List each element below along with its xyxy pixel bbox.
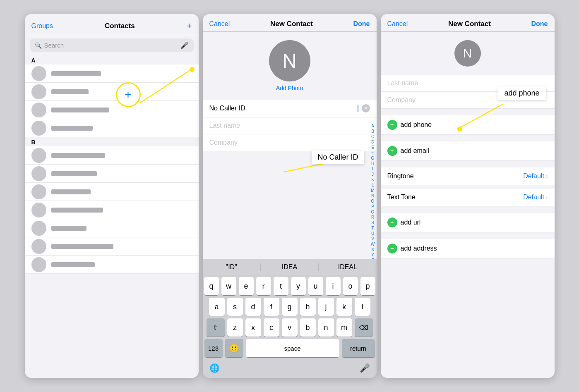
key-t[interactable]: t xyxy=(274,277,288,295)
alphabet-letter-p[interactable]: P xyxy=(370,204,376,209)
predictive-word-2[interactable]: IDEA xyxy=(261,263,318,272)
key-delete[interactable]: ⌫ xyxy=(355,318,373,337)
alphabet-letter-r[interactable]: R xyxy=(370,215,376,220)
key-z[interactable]: z xyxy=(227,318,243,337)
contact-item[interactable] xyxy=(25,165,199,183)
alphabet-letter-x[interactable]: X xyxy=(370,247,376,252)
alphabet-letter-i[interactable]: I xyxy=(370,167,376,172)
key-u[interactable]: u xyxy=(308,277,323,295)
alphabet-letter-k[interactable]: K xyxy=(370,177,376,182)
key-m[interactable]: m xyxy=(336,318,352,337)
alphabet-letter-s[interactable]: S xyxy=(370,220,376,225)
contacts-add-button[interactable]: + xyxy=(187,21,192,31)
key-space[interactable]: space xyxy=(246,339,339,357)
key-r[interactable]: r xyxy=(256,277,271,295)
key-v[interactable]: v xyxy=(282,318,298,337)
contact-item[interactable] xyxy=(25,256,199,274)
cancel-button[interactable]: Cancel xyxy=(209,20,230,28)
key-f[interactable]: f xyxy=(264,298,279,316)
alphabet-letter-h[interactable]: H xyxy=(370,161,376,166)
key-h[interactable]: h xyxy=(300,298,316,316)
contact-item[interactable] xyxy=(25,201,199,219)
avatar-large[interactable]: N xyxy=(269,40,310,81)
first-name-input[interactable]: No Caller ID xyxy=(209,105,354,112)
contact-item[interactable] xyxy=(25,101,199,119)
add-address-green-button[interactable]: + xyxy=(387,244,397,253)
alphabet-letter-u[interactable]: U xyxy=(370,231,376,236)
key-a[interactable]: a xyxy=(209,298,225,316)
contact-item[interactable] xyxy=(25,65,199,83)
company-field[interactable]: Company xyxy=(203,134,377,151)
add-phone-label[interactable]: add phone xyxy=(401,121,432,129)
contact-item[interactable] xyxy=(25,219,199,237)
alphabet-letter-q[interactable]: Q xyxy=(370,210,376,215)
add-url-row[interactable]: + add url xyxy=(381,213,555,232)
ringtone-row[interactable]: Ringtone Default › xyxy=(381,167,555,185)
key-j[interactable]: j xyxy=(318,298,334,316)
avatar-small-2[interactable]: N xyxy=(454,40,481,67)
contact-item[interactable] xyxy=(25,119,199,137)
first-name-field[interactable]: No Caller ID ✕ xyxy=(203,100,377,117)
alphabet-letter-g[interactable]: G xyxy=(370,156,376,161)
add-email-label[interactable]: add email xyxy=(401,147,429,155)
alphabet-letter-m[interactable]: M xyxy=(370,188,376,193)
done-button[interactable]: Done xyxy=(353,20,370,28)
key-123[interactable]: 123 xyxy=(204,339,223,357)
contact-item[interactable] xyxy=(25,183,199,201)
groups-button[interactable]: Groups xyxy=(31,22,53,30)
annotation-add-circle[interactable]: + xyxy=(116,82,141,107)
search-bar[interactable]: 🔍 Search 🎤 xyxy=(30,38,194,52)
contact-item[interactable] xyxy=(25,146,199,165)
add-address-row[interactable]: + add address xyxy=(381,239,555,258)
alphabet-letter-l[interactable]: L xyxy=(370,183,376,188)
alphabet-letter-y[interactable]: Y xyxy=(370,253,376,258)
key-q[interactable]: q xyxy=(204,277,219,295)
cancel-button-2[interactable]: Cancel xyxy=(387,20,408,28)
microphone-icon[interactable]: 🎤 xyxy=(180,41,189,49)
predictive-word-1[interactable]: "ID" xyxy=(203,263,260,272)
key-shift[interactable]: ⇧ xyxy=(207,318,225,337)
contact-name xyxy=(51,126,93,131)
key-k[interactable]: k xyxy=(336,298,352,316)
add-phone-green-button[interactable]: + xyxy=(387,120,397,130)
add-address-label[interactable]: add address xyxy=(401,245,437,252)
clear-button[interactable]: ✕ xyxy=(362,104,370,112)
globe-icon[interactable]: 🌐 xyxy=(209,363,220,373)
alphabet-letter-w[interactable]: W xyxy=(370,242,376,247)
key-o[interactable]: o xyxy=(343,277,358,295)
key-s[interactable]: s xyxy=(227,298,243,316)
key-n[interactable]: n xyxy=(318,318,334,337)
add-email-row[interactable]: + add email xyxy=(381,141,555,161)
done-button-2[interactable]: Done xyxy=(531,20,548,28)
key-e[interactable]: e xyxy=(239,277,254,295)
key-l[interactable]: l xyxy=(355,298,370,316)
key-return[interactable]: return xyxy=(342,339,375,357)
alphabet-letter-t[interactable]: T xyxy=(370,226,376,231)
alphabet-letter-v[interactable]: V xyxy=(370,237,376,241)
key-b[interactable]: b xyxy=(300,318,316,337)
predictive-word-3[interactable]: IDEAL xyxy=(319,263,376,272)
keyboard-microphone-icon[interactable]: 🎤 xyxy=(360,363,370,373)
contact-item[interactable] xyxy=(25,83,199,101)
add-photo-button[interactable]: Add Photo xyxy=(276,85,303,91)
text-tone-row[interactable]: Text Tone Default › xyxy=(381,189,555,206)
key-d[interactable]: d xyxy=(245,298,261,316)
key-g[interactable]: g xyxy=(282,298,298,316)
add-url-label[interactable]: add url xyxy=(401,219,421,226)
key-w[interactable]: w xyxy=(221,277,236,295)
contact-item[interactable] xyxy=(25,237,199,256)
key-c[interactable]: c xyxy=(264,318,279,337)
avatar xyxy=(31,148,46,163)
key-i[interactable]: i xyxy=(326,277,341,295)
last-name-field[interactable]: Last name xyxy=(203,117,377,134)
alphabet-letter-j[interactable]: J xyxy=(370,172,376,177)
add-phone-row[interactable]: + add phone xyxy=(381,115,555,135)
alphabet-letter-n[interactable]: N xyxy=(370,194,376,198)
alphabet-letter-o[interactable]: O xyxy=(370,199,376,204)
key-y[interactable]: y xyxy=(291,277,306,295)
key-emoji[interactable]: 🙂 xyxy=(225,339,243,357)
add-email-green-button[interactable]: + xyxy=(387,146,397,156)
key-x[interactable]: x xyxy=(245,318,261,337)
key-p[interactable]: p xyxy=(360,277,375,295)
add-url-green-button[interactable]: + xyxy=(387,218,397,227)
